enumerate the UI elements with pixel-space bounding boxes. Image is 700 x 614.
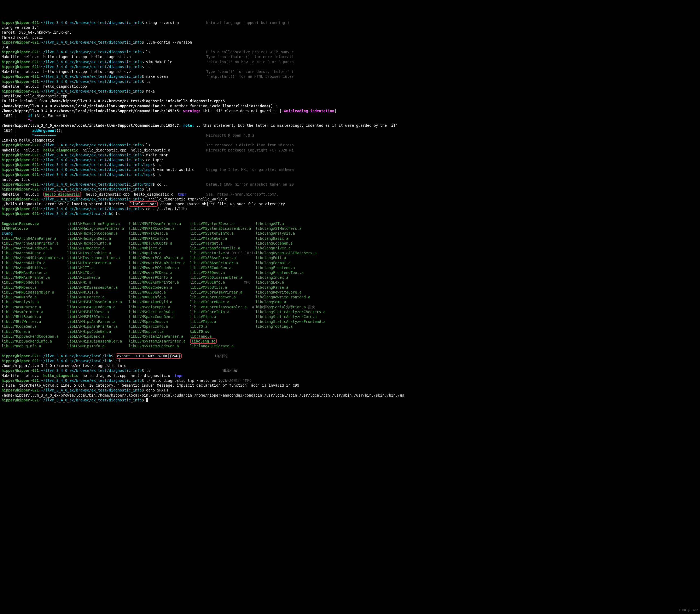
prompt-user: hipper@hipper-G21 (2, 182, 39, 187)
shared-object: BugpointPasses.so (2, 221, 39, 226)
lib-file: libLLVMHexagonCodeGen.a (67, 231, 118, 235)
prompt-path: ~/llvm_3_4_0_ex/browse/local/lib (41, 359, 111, 363)
prompt-path: ~/llvm_3_4_0_ex/browse/ex_test/diagnosti… (41, 163, 153, 167)
prompt-user: hipper@hipper-G21 (2, 50, 39, 54)
cmd: make (146, 89, 155, 93)
lib-file: libLLVMCppBackendInfo.a (2, 339, 52, 343)
lib-file: libclangFrontend.a (255, 266, 295, 270)
prompt-user: hipper@hipper-G21 (2, 163, 39, 167)
lib-file: libclangDriver.a (255, 246, 290, 250)
lib-file: libclangStaticAnalyzerFrontend.a (255, 319, 325, 324)
prompt-path: ~/llvm_3_4_0_ex/browse/ex_test/diagnosti… (41, 65, 142, 69)
lib-file: libLLVMCore.a (2, 329, 30, 334)
lib-file: libclangFrontendTool.a (255, 270, 304, 275)
lib-file: libLLVMNVPTXCodeGen.a (128, 226, 174, 231)
lib-file: libclangAnalysis.a (255, 231, 295, 235)
lib-file: libLLVMCodeGen.a (2, 324, 37, 329)
lib-file: libclangDynamicASTMatchers.a (255, 251, 317, 255)
export-ld-highlight: export LD_LIBRARY_PATH=${PWD} (116, 353, 182, 359)
lib-file: libLLVMARMDisassembler.a (2, 290, 54, 294)
prompt-path: ~/llvm_3_4_0_ex/browse/ex_test/diagnosti… (41, 207, 142, 211)
lib-file: libLLVMBitWriter.a (2, 319, 41, 324)
cmd: ls (146, 187, 150, 191)
prompt-user: hipper@hipper-G21 (2, 368, 39, 373)
prompt-path: ~/llvm_3_4_0_ex/browse/ex_test/diagnosti… (41, 74, 142, 79)
cmd: vim hello_world.c (157, 167, 194, 172)
prompt-user: hipper@hipper-G21 (2, 74, 39, 79)
prompt-user: hipper@hipper-G21 (2, 143, 39, 147)
lib-file: libLLVMR600CodeGen.a (128, 285, 172, 290)
lib-file: libLLVMMipsCodeGen.a (67, 329, 111, 334)
lib-file: libLLVMX86AsmPrinter.a (190, 261, 238, 265)
lib-file: libLLVMRuntimeDyld.a (128, 300, 172, 304)
lib-file: libLLVMAArch64CodeGen.a (2, 246, 52, 250)
lib-file: libLTO.a (190, 324, 207, 329)
lib-file: libLLVMSystemZCodeGen.a (128, 344, 179, 348)
lib-file: libLLVMSelectionDAG.a (128, 310, 174, 314)
lib-file: libLLVMCppBackendCodeGen.a (2, 334, 59, 338)
background-text: Natural language support but running i (206, 20, 289, 25)
prompt-path: ~/llvm_3_4_0_ex/browse/ex_test/diagnosti… (41, 167, 153, 172)
lib-file: libLLVMXCoreInfo.a (190, 310, 229, 314)
prompt-path: ~/llvm_3_4_0_ex/browse/ex_test/diagnosti… (41, 197, 142, 201)
lib-file: libLLVMSupport.a (128, 329, 163, 334)
lib-file: libclangSema.a (255, 300, 286, 304)
lib-file: libLLVMScalarOpts.a (128, 305, 170, 309)
prompt-user: hipper@hipper-G21 (2, 388, 39, 392)
lib-file: libLLVMMSP430Desc.a (67, 310, 109, 314)
prompt-user: hipper@hipper-G21 (2, 197, 39, 201)
lib-file: libLLVMAArch64Desc.a (2, 251, 46, 255)
prompt-user: hipper@hipper-G21 (2, 359, 39, 363)
lib-file: libLLVMMipsDisassembler.a (67, 339, 122, 343)
prompt-user: hipper@hipper-G21 (2, 398, 39, 402)
lib-file: libLLVMAArch64AsmParser.a (2, 236, 56, 241)
lib-file: libLLVMXCoreCodeGen.a (190, 295, 236, 299)
lib-file: libclangBasic.a (255, 236, 288, 241)
lib-file: libLLVMXCoreAsmPrinter.a (190, 290, 242, 294)
cmd: echo $PATH (146, 388, 168, 392)
lib-file: libLLVMPowerPCAsmParser.a (128, 256, 183, 260)
lib-file: libLLVMNVPTXDesc.a (128, 231, 168, 235)
cmd: ls (157, 172, 161, 177)
cmd: clang --version (146, 21, 179, 25)
cmd: ./hello_diagnostic tmpr/hello_world.c (146, 197, 227, 201)
lib-file: libLLVMipa.a (190, 315, 216, 319)
background-text: 'help.start()' for an HTML browser inter (206, 74, 294, 79)
lib-listing-table: BugpointPasses.so libLLVMExecutionEngine… (2, 221, 698, 349)
lib-file: libLLVMAArch64Utils.a (2, 266, 48, 270)
lib-file: libLLVMLinker.a (67, 275, 100, 280)
prompt-path: ~/llvm_3_4_0_ex/browse/ex_test/diagnosti… (41, 60, 142, 64)
lib-file: libLLVMXCoreDesc.a (190, 300, 229, 304)
lib-file: libLLVMAArch64Info.a (2, 261, 46, 265)
lib-file: libLLVMX86AsmParser.a (190, 256, 236, 260)
lib-file: libLLVMObjCARCOpts.a (128, 241, 172, 245)
lib-file: libLLVMMCDisassembler.a (67, 285, 118, 290)
lib-file: libLLVMObject.a (128, 246, 161, 250)
lib-file: libLLVMPowerPCDesc.a (128, 270, 172, 275)
terminal-output-bottom[interactable]: hipper@hipper-G21:~/llvm_3_4_0_ex/browse… (2, 354, 698, 402)
lib-file: libLLVMSystemZInfo.a (190, 231, 234, 235)
background-text: 'citation()' on how to cite R or R packa (206, 60, 294, 64)
lib-file: libLLVMInterpreter.a (67, 261, 111, 265)
cursor[interactable] (146, 398, 148, 402)
lib-file: libLLVMTableGen.a (190, 236, 227, 241)
lib-file: libLLVMXCoreDisassembler.a (190, 305, 247, 309)
prompt-path: ~/llvm_3_4_0_ex/browse/ex_test/diagnosti… (41, 398, 142, 402)
lib-file: libLLVMIRReader.a (67, 246, 104, 250)
lib-file: libclangParse.a (255, 285, 288, 290)
lib-file: libLLVMSparcDesc.a (128, 319, 168, 324)
cmd: ./hello_diagnostic tmpr/hello_world.c (146, 378, 227, 383)
cmd: cd - (115, 359, 124, 363)
prompt-path: ~/llvm_3_4_0_ex/browse/ex_test/diagnosti… (41, 388, 142, 392)
lib-file: libLLVMAsmParser.a (2, 305, 41, 309)
lib-file: libclangRewriteCore.a (255, 290, 301, 294)
lib-file: libclangARCMigrate.a (190, 344, 234, 348)
prompt-user: hipper@hipper-G21 (2, 40, 39, 44)
lib-file: libLLVMSystemZAsmPrinter.a (128, 339, 185, 343)
cmd: make clean (146, 74, 168, 79)
prompt-user: hipper@hipper-G21 (2, 172, 39, 177)
terminal-output[interactable]: hipper@hipper-G21:~/llvm_3_4_0_ex/browse… (2, 20, 698, 216)
lib-file: libLLVMR600AsmPrinter.a (128, 280, 179, 284)
lib-file: libLLVMVectorize.a (190, 251, 229, 255)
lib-file: libclangASTMatchers.a (255, 226, 301, 231)
